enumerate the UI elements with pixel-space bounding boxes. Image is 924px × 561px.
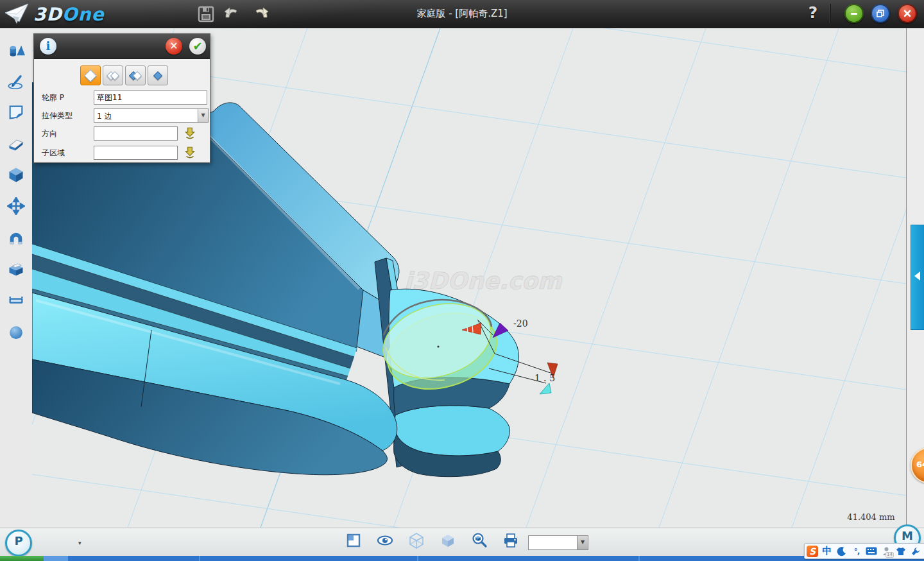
extrude-mode-symmetric-diamond[interactable] [148,65,168,85]
minimize-icon [850,9,859,18]
zoom-magnifier-icon [471,532,488,549]
primitive-solids-icon[interactable] [7,41,25,59]
os-taskbar[interactable] [0,556,924,561]
dimension-offset-label[interactable]: -20 [513,318,528,329]
extrude-type-select[interactable]: 1 边 ▼ [94,108,209,123]
material-sphere-icon[interactable] [7,323,25,341]
extrude-mode-blue-white-diamond[interactable] [125,65,146,85]
zoom-view-button[interactable] [471,532,488,549]
extrude-dialog: i ✕ ✔ 轮廓 P 拉伸类型 1 边 ▼ 方向 [33,33,210,163]
extrude-mode-single-diamond[interactable] [80,65,101,85]
person-icon[interactable]: 14 [880,545,893,558]
view-layout-icon [345,532,362,549]
ime-toolbar: S 中 °, 14 [804,543,924,559]
start-button-sliver[interactable] [0,556,44,561]
flyout-tab[interactable] [911,225,924,330]
diamond-icon [84,69,97,82]
extrude-type-label: 拉伸类型 [42,110,73,121]
subregion-input[interactable] [94,146,178,160]
extrude-mode-row [80,65,168,85]
window-title: 家庭版 - [阿帕奇.Z1] [0,8,924,20]
maximize-button[interactable] [871,4,890,23]
restore-icon [876,9,885,18]
chevron-down-icon[interactable]: ▼ [577,536,588,549]
profile-input[interactable] [94,91,207,105]
profile-badge[interactable]: P [5,530,32,557]
view-layout-button[interactable] [345,532,362,549]
chevron-left-icon [914,272,920,280]
subregion-pick-button[interactable] [184,146,196,159]
extrude-mode-double-diamond[interactable] [103,65,123,85]
pick-arrow-icon [184,126,196,139]
punctuation-icon[interactable]: °, [850,545,863,558]
view-preset-dropdown[interactable]: ▼ [528,535,588,550]
direction-pick-button[interactable] [184,126,196,139]
special-feature-icon[interactable] [7,260,25,278]
info-icon[interactable]: i [40,38,56,55]
magnet-snap-icon[interactable] [7,229,25,247]
close-button[interactable] [898,4,917,23]
shaded-view-icon [440,532,456,549]
dialog-confirm-button[interactable]: ✔ [189,38,206,55]
taskbar-separator [199,556,200,561]
visibility-eye-icon [377,532,393,549]
moon-icon[interactable] [835,545,848,558]
sketch-draw-icon[interactable] [7,73,25,91]
watermark-text: i3DOne.com [404,268,563,294]
dialog-cancel-button[interactable]: ✕ [166,38,182,55]
shaded-view-button[interactable] [440,532,456,549]
sogou-logo[interactable]: S [807,546,818,557]
chevron-down-icon[interactable]: ▼ [198,109,208,122]
close-icon [903,9,912,18]
move-icon[interactable] [7,197,25,215]
dimension-draft-label[interactable]: 1.5 [535,373,558,383]
pick-arrow-icon [184,146,196,159]
visibility-button[interactable] [377,532,393,549]
taskbar-separator [417,556,418,561]
subregion-label: 子区域 [42,148,65,159]
settings-wrench-icon[interactable] [909,545,922,558]
profile-caret[interactable]: ▾ [78,540,81,546]
measure-readout: 41.404 mm [837,512,905,522]
minimize-button[interactable] [844,4,864,23]
titlebar: 3DOne 家庭版 - [阿帕奇.Z1] ? [0,0,924,29]
keyboard-icon[interactable] [865,545,878,558]
direction-input[interactable] [94,126,178,141]
draft-handle-cyan[interactable] [540,383,551,394]
skin-tshirt-icon[interactable] [894,545,907,558]
extrude-type-value: 1 边 [97,111,112,122]
diamond-icon [153,71,162,80]
chinese-mode-toggle[interactable]: 中 [821,545,834,558]
help-button[interactable]: ? [805,3,821,24]
wireframe-view-button[interactable] [408,532,425,549]
wireframe-view-icon [408,532,425,549]
person-count-badge: 14 [886,552,894,558]
status-bar: M P ▾ [0,528,924,557]
taskbar-separator [638,556,640,561]
titlebar-divider [830,4,830,23]
direction-label: 方向 [42,128,57,139]
dialog-header: i ✕ ✔ [34,34,210,59]
sketch-plane-icon[interactable] [7,103,25,121]
eraser-icon[interactable] [7,135,25,153]
taskbar-segment[interactable] [44,556,68,561]
left-toolbar [0,28,33,528]
print-button[interactable] [502,532,519,549]
profile-label: 轮廓 P [42,92,64,103]
solid-edit-cube-icon[interactable] [7,166,25,184]
measure-icon[interactable] [7,291,25,309]
print-icon [502,532,519,549]
